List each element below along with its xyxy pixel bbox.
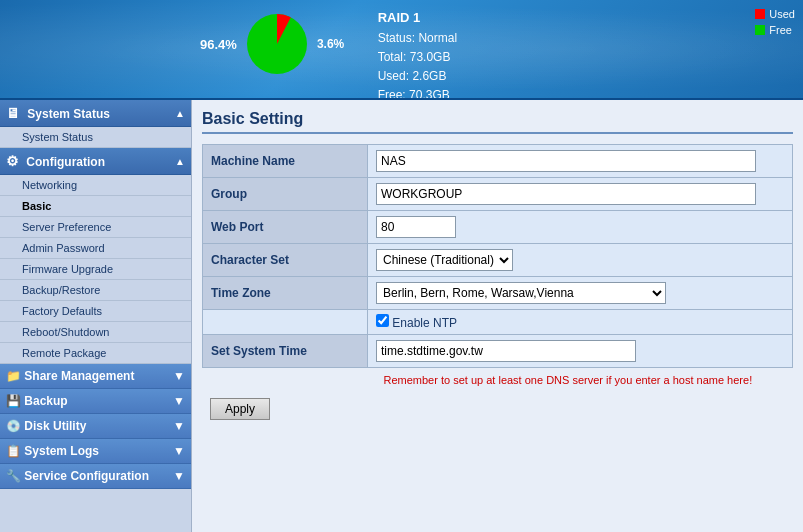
set-system-time-value-cell [368,335,793,368]
set-system-time-row: Set System Time [203,335,793,368]
machine-name-row: Machine Name [203,145,793,178]
group-value-cell [368,178,793,211]
share-icon: 📁 [6,369,21,383]
sidebar-system-status-header[interactable]: 🖥 System Status ▲ [0,100,191,127]
sidebar-configuration-label: Configuration [26,155,105,169]
sidebar-service-config-label: Service Configuration [24,469,149,483]
pie-chart [243,10,311,78]
share-management-arrow: ▼ [173,369,185,383]
dns-note-empty [203,368,368,393]
sidebar-configuration-header[interactable]: ⚙ Configuration ▲ [0,148,191,175]
used-dot [755,9,765,19]
web-port-row: Web Port [203,211,793,244]
ntp-label: Enable NTP [392,316,457,330]
web-port-value-cell [368,211,793,244]
sidebar-system-status-label: System Status [27,107,110,121]
sidebar: 🖥 System Status ▲ System Status ⚙ Config… [0,100,192,532]
set-system-time-label: Set System Time [203,335,368,368]
disk-utility-arrow: ▼ [173,419,185,433]
group-input[interactable] [376,183,756,205]
machine-name-value-cell [368,145,793,178]
raid-total: Total: 73.0GB [378,48,457,67]
legend-free: Free [755,24,795,36]
sidebar-system-logs-header[interactable]: 📋 System Logs ▼ [0,439,191,464]
content-area: Basic Setting Machine Name Group Web Por… [192,100,803,532]
raid-info: RAID 1 Status: Normal Total: 73.0GB Used… [378,8,457,100]
service-icon: 🔧 [6,469,21,483]
time-zone-row: Time Zone Berlin, Bern, Rome, Warsaw,Vie… [203,277,793,310]
sidebar-backup-label: Backup [24,394,67,408]
ntp-row: Enable NTP [203,310,793,335]
free-legend-label: Free [769,24,792,36]
sidebar-item-admin-password[interactable]: Admin Password [0,238,191,259]
sidebar-disk-utility-label: Disk Utility [24,419,86,433]
disk-icon: 💿 [6,419,21,433]
free-percent-label: 3.6% [317,37,344,51]
group-label: Group [203,178,368,211]
group-row: Group [203,178,793,211]
sidebar-item-firmware-upgrade[interactable]: Firmware Upgrade [0,259,191,280]
web-port-input[interactable] [376,216,456,238]
dns-note-row: Remember to set up at least one DNS serv… [203,368,793,393]
legend: Used Free [755,8,795,36]
machine-name-label: Machine Name [203,145,368,178]
system-logs-arrow: ▼ [173,444,185,458]
legend-used: Used [755,8,795,20]
dns-note: Remember to set up at least one DNS serv… [376,370,761,390]
system-time-input[interactable] [376,340,636,362]
sidebar-share-management-header[interactable]: 📁 Share Management ▼ [0,364,191,389]
header: 96.4% 3.6% RAID 1 Status: Normal Total: … [0,0,803,100]
raid-status: Status: Normal [378,29,457,48]
used-percent-label: 96.4% [200,37,237,52]
system-status-arrow: ▲ [175,108,185,119]
sidebar-system-logs-label: System Logs [24,444,99,458]
configuration-icon: ⚙ [6,153,19,169]
ntp-checkbox-cell: Enable NTP [368,310,793,335]
logs-icon: 📋 [6,444,21,458]
sidebar-service-config-header[interactable]: 🔧 Service Configuration ▼ [0,464,191,489]
raid-free: Free: 70.3GB [378,86,457,100]
sidebar-item-system-status[interactable]: System Status [0,127,191,148]
main-layout: 🖥 System Status ▲ System Status ⚙ Config… [0,100,803,532]
sidebar-item-remote-package[interactable]: Remote Package [0,343,191,364]
sidebar-item-networking[interactable]: Networking [0,175,191,196]
apply-button[interactable]: Apply [210,398,270,420]
ntp-empty-label [203,310,368,335]
sidebar-disk-utility-header[interactable]: 💿 Disk Utility ▼ [0,414,191,439]
backup-icon: 💾 [6,394,21,408]
pie-container: 96.4% 3.6% [200,10,344,78]
time-zone-label: Time Zone [203,277,368,310]
sidebar-item-basic[interactable]: Basic [0,196,191,217]
system-status-icon: 🖥 [6,105,20,121]
ntp-checkbox[interactable] [376,314,389,327]
time-zone-value-cell: Berlin, Bern, Rome, Warsaw,Vienna UTC US… [368,277,793,310]
sidebar-item-factory-defaults[interactable]: Factory Defaults [0,301,191,322]
sidebar-share-management-label: Share Management [24,369,134,383]
time-zone-select[interactable]: Berlin, Bern, Rome, Warsaw,Vienna UTC US… [376,282,666,304]
used-legend-label: Used [769,8,795,20]
service-config-arrow: ▼ [173,469,185,483]
free-dot [755,25,765,35]
sidebar-backup-header[interactable]: 💾 Backup ▼ [0,389,191,414]
configuration-arrow: ▲ [175,156,185,167]
sidebar-item-server-preference[interactable]: Server Preference [0,217,191,238]
character-set-row: Character Set Chinese (Traditional) UTF-… [203,244,793,277]
dns-note-cell: Remember to set up at least one DNS serv… [368,368,793,393]
backup-arrow: ▼ [173,394,185,408]
raid-title: RAID 1 [378,8,457,29]
sidebar-item-reboot-shutdown[interactable]: Reboot/Shutdown [0,322,191,343]
character-set-value-cell: Chinese (Traditional) UTF-8 ASCII Big5 [368,244,793,277]
raid-used: Used: 2.6GB [378,67,457,86]
machine-name-input[interactable] [376,150,756,172]
character-set-label: Character Set [203,244,368,277]
page-title: Basic Setting [202,110,793,134]
sidebar-item-backup-restore[interactable]: Backup/Restore [0,280,191,301]
web-port-label: Web Port [203,211,368,244]
character-set-select[interactable]: Chinese (Traditional) UTF-8 ASCII Big5 [376,249,513,271]
settings-form: Machine Name Group Web Port Character Se… [202,144,793,392]
